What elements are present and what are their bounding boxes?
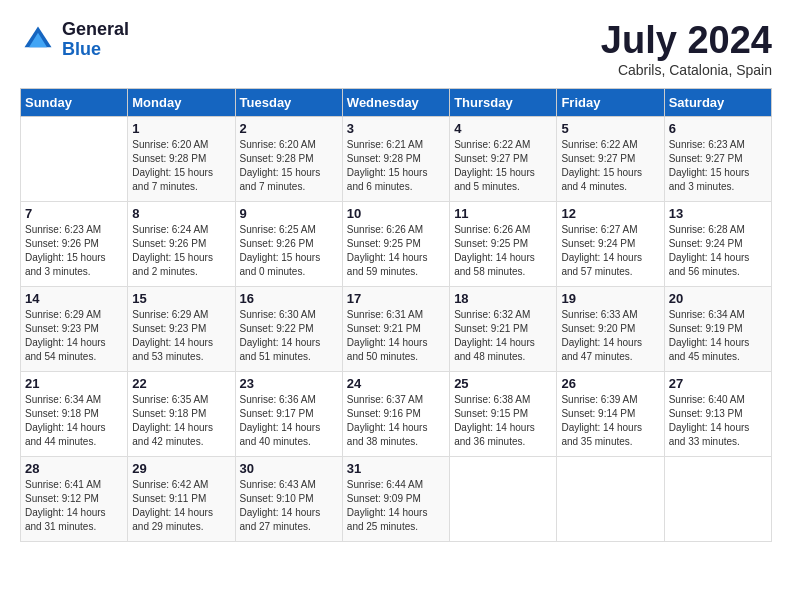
day-number: 23 bbox=[240, 376, 338, 391]
logo-text: General Blue bbox=[62, 20, 129, 60]
day-number: 2 bbox=[240, 121, 338, 136]
calendar-day-cell: 19Sunrise: 6:33 AMSunset: 9:20 PMDayligh… bbox=[557, 286, 664, 371]
day-number: 22 bbox=[132, 376, 230, 391]
logo-icon bbox=[20, 22, 56, 58]
day-info: Sunrise: 6:35 AMSunset: 9:18 PMDaylight:… bbox=[132, 393, 230, 449]
day-info: Sunrise: 6:31 AMSunset: 9:21 PMDaylight:… bbox=[347, 308, 445, 364]
day-number: 16 bbox=[240, 291, 338, 306]
day-info: Sunrise: 6:29 AMSunset: 9:23 PMDaylight:… bbox=[25, 308, 123, 364]
day-info: Sunrise: 6:36 AMSunset: 9:17 PMDaylight:… bbox=[240, 393, 338, 449]
calendar-day-cell: 27Sunrise: 6:40 AMSunset: 9:13 PMDayligh… bbox=[664, 371, 771, 456]
day-info: Sunrise: 6:26 AMSunset: 9:25 PMDaylight:… bbox=[454, 223, 552, 279]
calendar-day-cell bbox=[664, 456, 771, 541]
calendar-day-cell bbox=[557, 456, 664, 541]
calendar-week-row: 14Sunrise: 6:29 AMSunset: 9:23 PMDayligh… bbox=[21, 286, 772, 371]
day-info: Sunrise: 6:20 AMSunset: 9:28 PMDaylight:… bbox=[132, 138, 230, 194]
calendar-day-cell: 31Sunrise: 6:44 AMSunset: 9:09 PMDayligh… bbox=[342, 456, 449, 541]
weekday-header-cell: Monday bbox=[128, 88, 235, 116]
day-number: 28 bbox=[25, 461, 123, 476]
day-info: Sunrise: 6:29 AMSunset: 9:23 PMDaylight:… bbox=[132, 308, 230, 364]
day-info: Sunrise: 6:21 AMSunset: 9:28 PMDaylight:… bbox=[347, 138, 445, 194]
weekday-header-cell: Sunday bbox=[21, 88, 128, 116]
day-info: Sunrise: 6:26 AMSunset: 9:25 PMDaylight:… bbox=[347, 223, 445, 279]
day-number: 8 bbox=[132, 206, 230, 221]
day-info: Sunrise: 6:22 AMSunset: 9:27 PMDaylight:… bbox=[454, 138, 552, 194]
calendar-day-cell: 30Sunrise: 6:43 AMSunset: 9:10 PMDayligh… bbox=[235, 456, 342, 541]
day-info: Sunrise: 6:42 AMSunset: 9:11 PMDaylight:… bbox=[132, 478, 230, 534]
day-number: 11 bbox=[454, 206, 552, 221]
calendar-body: 1Sunrise: 6:20 AMSunset: 9:28 PMDaylight… bbox=[21, 116, 772, 541]
day-info: Sunrise: 6:23 AMSunset: 9:26 PMDaylight:… bbox=[25, 223, 123, 279]
calendar-day-cell: 15Sunrise: 6:29 AMSunset: 9:23 PMDayligh… bbox=[128, 286, 235, 371]
weekday-header-cell: Friday bbox=[557, 88, 664, 116]
calendar-day-cell: 21Sunrise: 6:34 AMSunset: 9:18 PMDayligh… bbox=[21, 371, 128, 456]
day-number: 14 bbox=[25, 291, 123, 306]
day-number: 13 bbox=[669, 206, 767, 221]
day-info: Sunrise: 6:41 AMSunset: 9:12 PMDaylight:… bbox=[25, 478, 123, 534]
calendar-day-cell: 12Sunrise: 6:27 AMSunset: 9:24 PMDayligh… bbox=[557, 201, 664, 286]
weekday-header-cell: Saturday bbox=[664, 88, 771, 116]
calendar-day-cell: 7Sunrise: 6:23 AMSunset: 9:26 PMDaylight… bbox=[21, 201, 128, 286]
day-number: 7 bbox=[25, 206, 123, 221]
day-number: 10 bbox=[347, 206, 445, 221]
calendar-day-cell: 17Sunrise: 6:31 AMSunset: 9:21 PMDayligh… bbox=[342, 286, 449, 371]
day-info: Sunrise: 6:32 AMSunset: 9:21 PMDaylight:… bbox=[454, 308, 552, 364]
calendar-day-cell: 6Sunrise: 6:23 AMSunset: 9:27 PMDaylight… bbox=[664, 116, 771, 201]
title-block: July 2024 Cabrils, Catalonia, Spain bbox=[601, 20, 772, 78]
logo-blue: Blue bbox=[62, 39, 101, 59]
day-info: Sunrise: 6:34 AMSunset: 9:18 PMDaylight:… bbox=[25, 393, 123, 449]
weekday-header-row: SundayMondayTuesdayWednesdayThursdayFrid… bbox=[21, 88, 772, 116]
day-info: Sunrise: 6:39 AMSunset: 9:14 PMDaylight:… bbox=[561, 393, 659, 449]
weekday-header-cell: Wednesday bbox=[342, 88, 449, 116]
logo: General Blue bbox=[20, 20, 129, 60]
calendar-table: SundayMondayTuesdayWednesdayThursdayFrid… bbox=[20, 88, 772, 542]
calendar-day-cell: 20Sunrise: 6:34 AMSunset: 9:19 PMDayligh… bbox=[664, 286, 771, 371]
weekday-header-cell: Thursday bbox=[450, 88, 557, 116]
day-number: 12 bbox=[561, 206, 659, 221]
calendar-week-row: 7Sunrise: 6:23 AMSunset: 9:26 PMDaylight… bbox=[21, 201, 772, 286]
day-number: 18 bbox=[454, 291, 552, 306]
day-number: 30 bbox=[240, 461, 338, 476]
calendar-day-cell: 10Sunrise: 6:26 AMSunset: 9:25 PMDayligh… bbox=[342, 201, 449, 286]
calendar-day-cell: 9Sunrise: 6:25 AMSunset: 9:26 PMDaylight… bbox=[235, 201, 342, 286]
day-number: 27 bbox=[669, 376, 767, 391]
day-info: Sunrise: 6:33 AMSunset: 9:20 PMDaylight:… bbox=[561, 308, 659, 364]
calendar-day-cell: 29Sunrise: 6:42 AMSunset: 9:11 PMDayligh… bbox=[128, 456, 235, 541]
day-number: 25 bbox=[454, 376, 552, 391]
calendar-day-cell: 11Sunrise: 6:26 AMSunset: 9:25 PMDayligh… bbox=[450, 201, 557, 286]
calendar-day-cell: 13Sunrise: 6:28 AMSunset: 9:24 PMDayligh… bbox=[664, 201, 771, 286]
calendar-day-cell bbox=[450, 456, 557, 541]
day-info: Sunrise: 6:40 AMSunset: 9:13 PMDaylight:… bbox=[669, 393, 767, 449]
day-number: 19 bbox=[561, 291, 659, 306]
day-info: Sunrise: 6:28 AMSunset: 9:24 PMDaylight:… bbox=[669, 223, 767, 279]
day-info: Sunrise: 6:24 AMSunset: 9:26 PMDaylight:… bbox=[132, 223, 230, 279]
day-info: Sunrise: 6:27 AMSunset: 9:24 PMDaylight:… bbox=[561, 223, 659, 279]
calendar-day-cell: 22Sunrise: 6:35 AMSunset: 9:18 PMDayligh… bbox=[128, 371, 235, 456]
calendar-day-cell: 26Sunrise: 6:39 AMSunset: 9:14 PMDayligh… bbox=[557, 371, 664, 456]
day-info: Sunrise: 6:30 AMSunset: 9:22 PMDaylight:… bbox=[240, 308, 338, 364]
weekday-header-cell: Tuesday bbox=[235, 88, 342, 116]
day-info: Sunrise: 6:23 AMSunset: 9:27 PMDaylight:… bbox=[669, 138, 767, 194]
logo-general: General bbox=[62, 19, 129, 39]
day-number: 24 bbox=[347, 376, 445, 391]
calendar-day-cell: 4Sunrise: 6:22 AMSunset: 9:27 PMDaylight… bbox=[450, 116, 557, 201]
day-number: 20 bbox=[669, 291, 767, 306]
calendar-day-cell: 2Sunrise: 6:20 AMSunset: 9:28 PMDaylight… bbox=[235, 116, 342, 201]
day-info: Sunrise: 6:34 AMSunset: 9:19 PMDaylight:… bbox=[669, 308, 767, 364]
day-info: Sunrise: 6:20 AMSunset: 9:28 PMDaylight:… bbox=[240, 138, 338, 194]
day-info: Sunrise: 6:44 AMSunset: 9:09 PMDaylight:… bbox=[347, 478, 445, 534]
calendar-day-cell bbox=[21, 116, 128, 201]
page-header: General Blue July 2024 Cabrils, Cataloni… bbox=[20, 20, 772, 78]
day-info: Sunrise: 6:37 AMSunset: 9:16 PMDaylight:… bbox=[347, 393, 445, 449]
calendar-day-cell: 1Sunrise: 6:20 AMSunset: 9:28 PMDaylight… bbox=[128, 116, 235, 201]
calendar-day-cell: 14Sunrise: 6:29 AMSunset: 9:23 PMDayligh… bbox=[21, 286, 128, 371]
calendar-week-row: 28Sunrise: 6:41 AMSunset: 9:12 PMDayligh… bbox=[21, 456, 772, 541]
day-info: Sunrise: 6:25 AMSunset: 9:26 PMDaylight:… bbox=[240, 223, 338, 279]
day-info: Sunrise: 6:22 AMSunset: 9:27 PMDaylight:… bbox=[561, 138, 659, 194]
calendar-day-cell: 28Sunrise: 6:41 AMSunset: 9:12 PMDayligh… bbox=[21, 456, 128, 541]
day-number: 4 bbox=[454, 121, 552, 136]
day-number: 21 bbox=[25, 376, 123, 391]
day-number: 17 bbox=[347, 291, 445, 306]
day-number: 9 bbox=[240, 206, 338, 221]
calendar-day-cell: 3Sunrise: 6:21 AMSunset: 9:28 PMDaylight… bbox=[342, 116, 449, 201]
